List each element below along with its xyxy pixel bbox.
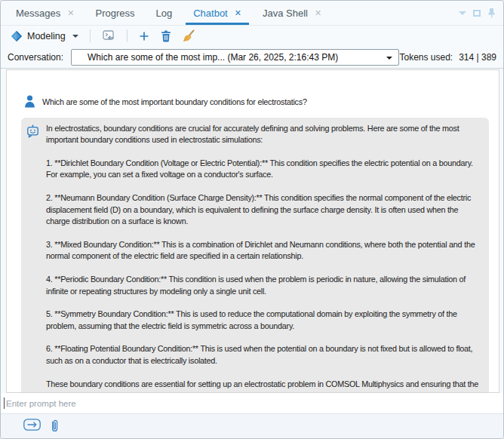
user-message: Which are some of the most important bou… bbox=[24, 95, 488, 109]
clear-icon bbox=[183, 29, 195, 42]
minimize-dropdown-icon[interactable] bbox=[459, 11, 466, 15]
tab-label: Progress bbox=[95, 8, 134, 19]
bot-message-text: In electrostatics, boundary conditions a… bbox=[46, 123, 480, 393]
user-message-text: Which are some of the most important bou… bbox=[42, 95, 307, 109]
maximize-icon[interactable] bbox=[473, 10, 481, 17]
modeling-diamond-icon bbox=[11, 30, 23, 42]
modeling-mode-button[interactable]: Modeling bbox=[8, 29, 81, 44]
close-icon[interactable]: ✕ bbox=[235, 8, 241, 18]
bot-paragraph: 3. **Mixed Boundary Condition:** This is… bbox=[46, 239, 480, 262]
tab-log[interactable]: Log bbox=[146, 1, 183, 25]
new-conversation-icon bbox=[139, 31, 149, 41]
chevron-down-icon bbox=[386, 57, 392, 60]
window-controls bbox=[459, 1, 503, 25]
chevron-down-icon bbox=[72, 35, 78, 38]
conversation-selected-value: Which are some of the most imp... (Mar 2… bbox=[88, 52, 338, 63]
tokens-used-value: 314 | 389 bbox=[459, 52, 496, 63]
new-conversation-button[interactable] bbox=[137, 29, 152, 43]
delete-icon bbox=[161, 30, 171, 42]
tab-label: Log bbox=[156, 8, 173, 19]
bot-paragraph: 1. **Dirichlet Boundary Condition (Volta… bbox=[46, 158, 480, 181]
paperclip-icon bbox=[50, 419, 60, 433]
conversation-label: Conversation: bbox=[8, 52, 63, 63]
add-to-code-icon bbox=[102, 30, 115, 42]
chat-transcript: Which are some of the most important bou… bbox=[6, 69, 499, 393]
tokens-used: Tokens used: 314 | 389 bbox=[399, 52, 496, 63]
tab-label: Chatbot bbox=[193, 8, 228, 19]
conversation-bar: Conversation: Which are some of the most… bbox=[1, 46, 503, 69]
delete-conversation-button[interactable] bbox=[158, 29, 174, 44]
send-icon bbox=[23, 419, 41, 431]
tab-messages[interactable]: Messages ✕ bbox=[5, 1, 85, 25]
prompt-row bbox=[1, 393, 503, 413]
tokens-used-label: Tokens used: bbox=[399, 52, 453, 63]
toolbar-separator bbox=[127, 29, 128, 42]
clear-conversation-button[interactable] bbox=[180, 28, 197, 44]
tab-label: Messages bbox=[16, 8, 60, 19]
add-to-code-button[interactable] bbox=[100, 29, 118, 44]
tab-progress[interactable]: Progress bbox=[85, 1, 145, 25]
tab-bar: Messages ✕ Progress Log Chatbot ✕ Java S… bbox=[1, 1, 503, 26]
toolbar-separator bbox=[90, 29, 91, 42]
chatbot-toolbar: Modeling bbox=[1, 26, 503, 46]
prompt-action-bar bbox=[1, 413, 503, 438]
send-button[interactable] bbox=[23, 419, 41, 431]
prompt-input[interactable] bbox=[5, 393, 503, 413]
bot-paragraph: 2. **Neumann Boundary Condition (Surface… bbox=[46, 192, 480, 228]
tab-java-shell[interactable]: Java Shell ✕ bbox=[252, 1, 332, 25]
modeling-label: Modeling bbox=[27, 31, 66, 41]
bot-paragraph: 6. **Floating Potential Boundary Conditi… bbox=[46, 343, 480, 367]
close-icon[interactable]: ✕ bbox=[315, 8, 321, 18]
user-icon bbox=[24, 95, 35, 108]
conversation-select[interactable]: Which are some of the most imp... (Mar 2… bbox=[71, 49, 399, 66]
chatbot-icon bbox=[26, 124, 40, 139]
bot-paragraph: 5. **Symmetry Boundary Condition:** This… bbox=[46, 309, 480, 332]
chatbot-panel-window: Messages ✕ Progress Log Chatbot ✕ Java S… bbox=[0, 0, 504, 439]
tab-label: Java Shell bbox=[263, 8, 308, 19]
bot-paragraph: 4. **Periodic Boundary Condition:** This… bbox=[46, 274, 480, 297]
close-icon[interactable]: ✕ bbox=[67, 8, 74, 18]
pin-icon[interactable] bbox=[487, 8, 496, 18]
tab-chatbot[interactable]: Chatbot ✕ bbox=[183, 1, 252, 25]
bot-paragraph: In electrostatics, boundary conditions a… bbox=[46, 123, 480, 146]
bot-message: In electrostatics, boundary conditions a… bbox=[21, 118, 489, 393]
attach-file-button[interactable] bbox=[50, 419, 60, 433]
bot-paragraph: These boundary conditions are essential … bbox=[46, 379, 480, 394]
